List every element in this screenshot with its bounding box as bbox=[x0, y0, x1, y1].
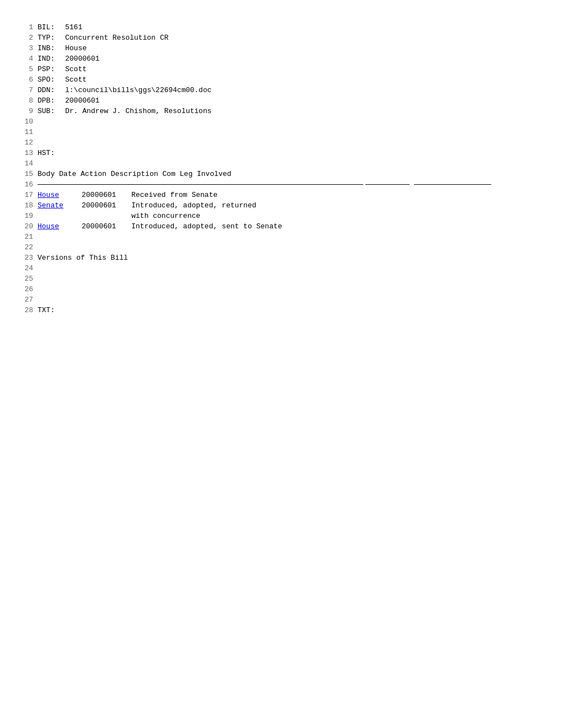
history-row-18: 18Senate20000601Introduced, adopted, ret… bbox=[22, 200, 541, 211]
hist-body-17[interactable]: House bbox=[38, 190, 82, 200]
line-number-18: 18 bbox=[22, 200, 38, 211]
value-spo: Scott bbox=[65, 76, 87, 84]
line-number-2: 2 bbox=[22, 33, 38, 43]
line-number-20: 20 bbox=[22, 221, 38, 232]
header-com: Com bbox=[162, 170, 175, 178]
hist-date-19 bbox=[82, 211, 131, 221]
history-rows: 17House20000601Received from Senate18Sen… bbox=[22, 190, 541, 232]
hist-date-20: 20000601 bbox=[82, 221, 131, 232]
line-number-5: 5 bbox=[22, 64, 38, 74]
hist-body-link-20[interactable]: House bbox=[38, 222, 59, 231]
label-dpb: DPB: bbox=[38, 95, 65, 106]
hist-body-link-18[interactable]: Senate bbox=[38, 201, 63, 210]
line-number-14: 14 bbox=[22, 158, 38, 169]
hist-body-19 bbox=[38, 211, 82, 221]
line-number-8: 8 bbox=[22, 95, 38, 106]
value-ind: 20000601 bbox=[65, 55, 99, 63]
blank-lines-21-22: 21 22 bbox=[22, 232, 541, 253]
history-separator-line: 16 bbox=[22, 179, 541, 190]
label-spo: SPO: bbox=[38, 74, 65, 85]
line-number-13: 13 bbox=[22, 148, 38, 158]
history-header-line: 15 Body Date Action Description Com Leg … bbox=[22, 169, 541, 179]
versions-label: Versions of This Bill bbox=[38, 253, 541, 263]
txt-label: TXT: bbox=[38, 305, 65, 315]
label-bil: BIL: bbox=[38, 22, 65, 33]
label-ddn: DDN: bbox=[38, 85, 65, 95]
meta-line-7: 7DDN:l:\council\bills\ggs\22694cm00.doc bbox=[22, 85, 541, 95]
metadata-section: 1BIL:51612TYP:Concurrent Resolution CR3I… bbox=[22, 22, 541, 116]
line-number-3: 3 bbox=[22, 43, 38, 53]
header-leg: Leg Involved bbox=[180, 170, 232, 178]
value-dpb: 20000601 bbox=[65, 97, 99, 105]
value-psp: Scott bbox=[65, 65, 87, 73]
blank-line-14: 14 bbox=[22, 158, 541, 169]
line-number-7: 7 bbox=[22, 85, 38, 95]
label-sub: SUB: bbox=[38, 106, 65, 116]
meta-line-3: 3INB:House bbox=[22, 43, 541, 53]
line-number-4: 4 bbox=[22, 53, 38, 64]
line-number-25: 25 bbox=[22, 274, 38, 284]
history-row-17: 17House20000601Received from Senate bbox=[22, 190, 541, 200]
hist-action-18: Introduced, adopted, returned bbox=[131, 200, 363, 211]
sep-date bbox=[82, 179, 131, 185]
versions-line: 23 Versions of This Bill bbox=[22, 253, 541, 263]
meta-line-2: 2TYP:Concurrent Resolution CR bbox=[22, 33, 541, 43]
label-typ: TYP: bbox=[38, 33, 65, 43]
label-inb: INB: bbox=[38, 43, 65, 53]
history-row-20: 20House20000601Introduced, adopted, sent… bbox=[22, 221, 541, 232]
header-date: Date bbox=[59, 170, 76, 178]
meta-line-5: 5PSP:Scott bbox=[22, 64, 541, 74]
line-number-19: 19 bbox=[22, 211, 38, 221]
sep-body bbox=[38, 179, 82, 185]
hist-body-link-17[interactable]: House bbox=[38, 191, 59, 199]
line-number-12: 12 bbox=[22, 137, 38, 148]
sep-com bbox=[365, 179, 410, 185]
line-number-23: 23 bbox=[22, 253, 38, 263]
value-inb: House bbox=[65, 44, 87, 52]
value-bil: 5161 bbox=[65, 23, 82, 31]
meta-line-6: 6SPO:Scott bbox=[22, 74, 541, 85]
line-number-16: 16 bbox=[22, 179, 38, 190]
hist-body-18[interactable]: Senate bbox=[38, 200, 82, 211]
line-number-28: 28 bbox=[22, 305, 38, 315]
meta-line-4: 4IND:20000601 bbox=[22, 53, 541, 64]
line-number-21: 21 bbox=[22, 232, 38, 242]
line-number-27: 27 bbox=[22, 295, 38, 305]
hst-label: HST: bbox=[38, 148, 65, 158]
line-number-15: 15 bbox=[22, 169, 38, 179]
label-ind: IND: bbox=[38, 53, 65, 64]
hst-label-line: 13 HST: bbox=[22, 148, 541, 158]
hist-action-19: with concurrence bbox=[131, 211, 363, 221]
line-number-26: 26 bbox=[22, 284, 38, 295]
document: 1BIL:51612TYP:Concurrent Resolution CR3I… bbox=[22, 22, 541, 315]
blank-lines-10-12: 10 11 12 bbox=[22, 116, 541, 148]
txt-label-line: 28 TXT: bbox=[22, 305, 541, 315]
hist-body-20[interactable]: House bbox=[38, 221, 82, 232]
sep-action bbox=[131, 179, 363, 185]
line-number-10: 10 bbox=[22, 116, 38, 127]
value-typ: Concurrent Resolution CR bbox=[65, 34, 168, 42]
blank-lines-24-27: 24 25 26 27 bbox=[22, 263, 541, 305]
line-number-24: 24 bbox=[22, 263, 38, 274]
line-number-17: 17 bbox=[22, 190, 38, 200]
meta-line-1: 1BIL:5161 bbox=[22, 22, 541, 33]
line-number-6: 6 bbox=[22, 74, 38, 85]
sep-leg bbox=[414, 179, 491, 185]
hist-action-17: Received from Senate bbox=[131, 190, 363, 200]
history-row-19: 19with concurrence bbox=[22, 211, 541, 221]
header-body: Body bbox=[38, 170, 55, 178]
hist-action-20: Introduced, adopted, sent to Senate bbox=[131, 221, 363, 232]
line-number-9: 9 bbox=[22, 106, 38, 116]
value-ddn: l:\council\bills\ggs\22694cm00.doc bbox=[65, 86, 211, 94]
header-action: Action Description bbox=[81, 170, 158, 178]
hist-date-18: 20000601 bbox=[82, 200, 131, 211]
value-sub: Dr. Andrew J. Chishom, Resolutions bbox=[65, 107, 211, 115]
hist-date-17: 20000601 bbox=[82, 190, 131, 200]
line-number-22: 22 bbox=[22, 242, 38, 253]
line-number-1: 1 bbox=[22, 22, 38, 33]
meta-line-8: 8DPB:20000601 bbox=[22, 95, 541, 106]
line-number-11: 11 bbox=[22, 127, 38, 137]
label-psp: PSP: bbox=[38, 64, 65, 74]
meta-line-9: 9SUB:Dr. Andrew J. Chishom, Resolutions bbox=[22, 106, 541, 116]
